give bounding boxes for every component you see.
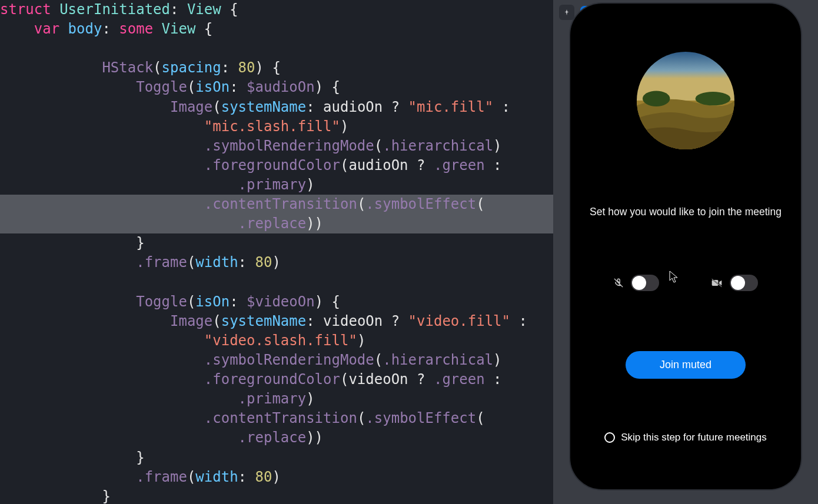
prop-name: body (68, 21, 102, 37)
member: .replace (238, 215, 307, 232)
pin-button[interactable] (559, 5, 574, 20)
video-toggle-group (711, 275, 758, 291)
keyword: struct (0, 1, 51, 18)
prop-name: systemName (221, 99, 307, 115)
modifier: .symbolRenderingMode (204, 352, 374, 368)
switch-knob (632, 276, 646, 290)
keyword: var (34, 21, 59, 37)
modifier: .frame (136, 254, 187, 271)
toggle-row (613, 275, 758, 291)
pin-icon (563, 9, 570, 16)
preview-pane: Preview (Line 71) (553, 0, 818, 504)
prop-name: isOn (195, 293, 230, 310)
svg-point-3 (643, 91, 670, 106)
number: 80 (255, 254, 272, 271)
video-switch[interactable] (730, 275, 758, 291)
switch-knob (731, 276, 745, 290)
code-content: struct UserInitiated: View { var body: s… (0, 0, 553, 504)
avatar (637, 52, 734, 149)
prop-name: width (195, 469, 238, 485)
modifier: .contentTransition (204, 196, 357, 212)
call: .symbolEffect (365, 196, 476, 212)
radio-icon (604, 432, 615, 443)
prop-name: systemName (221, 313, 307, 329)
video-slash-icon (711, 278, 723, 288)
keyword: some (119, 21, 153, 37)
skip-label: Skip this step for future meetings (621, 432, 767, 443)
string: "mic.slash.fill" (204, 118, 340, 135)
identifier: videoOn (323, 313, 383, 329)
mic-slash-icon (613, 278, 624, 288)
call: .symbolEffect (365, 410, 476, 426)
modifier: .foregroundColor (204, 157, 340, 173)
skip-option[interactable]: Skip this step for future meetings (604, 432, 767, 443)
member: .green (434, 371, 485, 388)
call: Toggle (136, 79, 187, 95)
call: HStack (102, 59, 153, 76)
string: "video.fill" (408, 313, 510, 329)
modifier: .symbolRenderingMode (204, 138, 374, 154)
prop-name: width (195, 254, 238, 271)
call: Image (170, 313, 212, 329)
prop-name: isOn (195, 79, 230, 95)
identifier: videoOn (348, 371, 408, 388)
member: .hierarchical (383, 352, 493, 368)
member: .primary (238, 390, 307, 407)
code-editor[interactable]: struct UserInitiated: View { var body: s… (0, 0, 553, 504)
call: Toggle (136, 293, 187, 310)
call: Image (170, 99, 212, 115)
member: .replace (238, 429, 307, 446)
binding: $videoOn (247, 293, 315, 310)
phone-mock: Set how you would like to join the meeti… (569, 2, 802, 490)
identifier: audioOn (323, 99, 383, 115)
binding: $audioOn (247, 79, 315, 95)
member: .green (434, 157, 485, 173)
audio-switch[interactable] (631, 275, 659, 291)
identifier: audioOn (348, 157, 408, 173)
svg-point-4 (696, 92, 731, 105)
modifier: .frame (136, 469, 187, 485)
member: .hierarchical (383, 138, 493, 154)
audio-toggle-group (613, 275, 659, 291)
modifier: .foregroundColor (204, 371, 340, 388)
modifier: .contentTransition (204, 410, 357, 426)
type-name: View (162, 21, 196, 37)
type-name: UserInitiated (59, 1, 170, 18)
string: "mic.fill" (408, 99, 494, 115)
member: .primary (238, 176, 307, 193)
number: 80 (255, 469, 272, 485)
string: "video.slash.fill" (204, 332, 357, 349)
join-prompt: Set how you would like to join the meeti… (590, 206, 782, 218)
join-button[interactable]: Join muted (626, 351, 746, 379)
number: 80 (238, 59, 255, 76)
prop-name: spacing (162, 59, 221, 76)
type-name: View (187, 1, 221, 18)
